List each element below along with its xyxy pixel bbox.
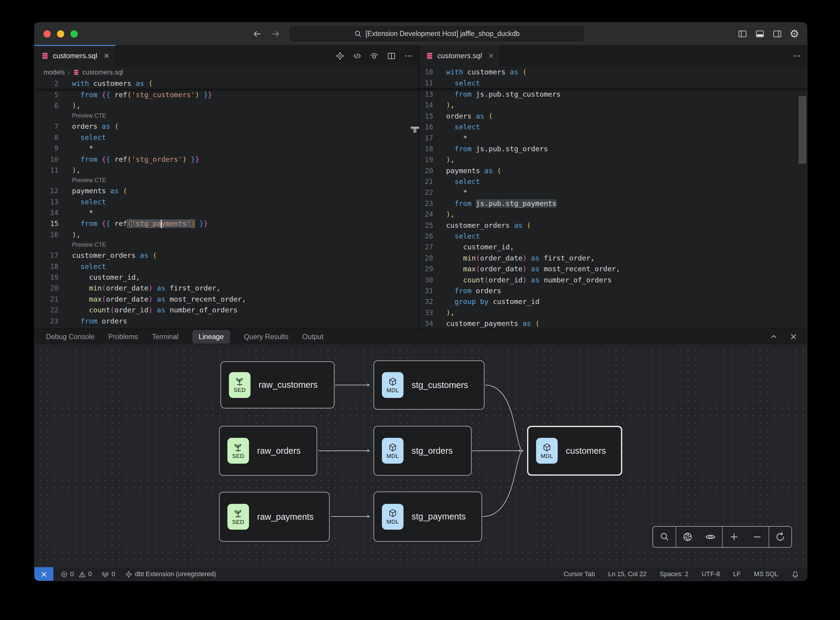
code-line[interactable]: 7orders as ( [35,121,419,132]
more-actions-icon[interactable] [792,51,802,61]
code-line[interactable]: 10 from {{ ref('stg_orders') }} [35,153,419,164]
notifications-bell-icon[interactable] [791,570,799,578]
code-line[interactable]: 20payments as ( [419,166,807,176]
code-line[interactable]: 14 * [35,208,419,218]
close-tab-icon[interactable] [104,53,110,59]
maximize-window-button[interactable] [71,30,78,38]
tab-output[interactable]: Output [302,333,324,341]
language-mode-status[interactable]: MS SQL [754,570,778,578]
code-line[interactable]: 13 from js.pub.stg_customers [419,89,807,99]
code-line[interactable]: 17customer_orders as ( [35,250,419,261]
code-line[interactable]: 2with customers as ( [35,78,419,89]
code-line[interactable]: 5 from {{ ref('stg_customers') }} [35,89,419,100]
minimize-window-button[interactable] [57,30,64,38]
problems-status[interactable]: 0 0 [61,570,92,578]
tab-query-results[interactable]: Query Results [244,333,289,341]
close-window-button[interactable] [44,30,51,38]
code-line[interactable]: 19 customer_id, [35,272,419,283]
codelens-preview-cte[interactable]: Preview CTE [35,111,419,121]
split-editor-icon[interactable] [387,51,396,61]
compile-code-icon[interactable] [353,51,362,61]
code-line[interactable]: 22 * [419,187,807,198]
lineage-node-raw_payments[interactable]: SEDraw_payments [219,492,330,542]
dbt-extension-icon[interactable] [335,51,345,61]
code-line[interactable]: 29 max(order_date) as most_recent_order, [419,263,807,274]
code-line[interactable]: 20 min(order_date) as first_order, [35,283,419,293]
cursor-tab-status[interactable]: Cursor Tab [564,570,595,578]
toggle-sidebar-icon[interactable] [738,29,748,39]
eol-status[interactable]: LF [733,570,741,578]
code-line[interactable]: 17 * [419,132,807,143]
command-center-search[interactable]: [Extension Development Host] jaffle_shop… [289,25,585,42]
code-line[interactable]: 21 max(order_date) as most_recent_order, [35,294,419,305]
code-line[interactable]: 11 select [419,77,807,88]
source-editor-pane[interactable]: models › customers.sql 2with customers a… [35,67,419,329]
toggle-panel-icon[interactable] [755,29,765,39]
tab-problems[interactable]: Problems [108,333,138,341]
code-line[interactable]: 27 customer_id, [419,242,807,252]
code-line[interactable]: 32 group by customer_id [419,296,807,307]
close-panel-icon[interactable] [789,332,798,341]
zoom-in-button[interactable] [729,531,739,542]
tab-customers-sql-left[interactable]: customers.sql [35,45,116,67]
refresh-button[interactable] [775,531,786,542]
lineage-search-button[interactable] [659,531,670,542]
zoom-out-button[interactable] [752,531,763,542]
code-line[interactable]: 11), [35,165,419,176]
lineage-eye-button[interactable] [705,531,716,543]
code-line[interactable]: 23 from js.pub.stg_payments [419,198,807,209]
lineage-node-stg_payments[interactable]: MDLstg_payments [374,492,482,542]
code-line[interactable]: 25customer_orders as ( [419,220,807,230]
code-line[interactable]: 10with customers as ( [419,67,807,77]
lineage-node-stg_orders[interactable]: MDLstg_orders [374,426,472,476]
more-actions-icon[interactable] [404,51,413,61]
scrollbar-thumb[interactable] [799,96,806,164]
code-line[interactable]: 15 from {{ ref('stg_payments') }} [35,218,419,229]
lineage-node-raw_orders[interactable]: SEDraw_orders [219,426,317,476]
code-line[interactable]: 30 count(order_id) as number_of_orders [419,274,807,285]
code-line[interactable]: 15orders as ( [419,111,807,122]
chevron-up-icon[interactable] [769,332,778,341]
code-line[interactable]: 21 select [419,176,807,187]
code-line[interactable]: 9 * [35,143,419,153]
settings-gear-icon[interactable]: ⚙ [790,29,799,39]
close-tab-icon[interactable] [488,53,494,59]
code-line[interactable]: 14), [419,99,807,110]
breadcrumb-folder[interactable]: models [44,68,65,76]
lineage-node-raw_customers[interactable]: SEDraw_customers [221,361,335,408]
forward-icon[interactable] [270,29,281,39]
lineage-canvas[interactable]: SEDraw_customersMDLstg_customersSEDraw_o… [35,345,807,567]
code-line[interactable]: 12payments as ( [35,185,419,196]
code-line[interactable]: 8 select [35,132,419,143]
code-line[interactable]: 13 select [35,197,419,208]
code-line[interactable]: 18 select [35,261,419,272]
tab-terminal[interactable]: Terminal [152,333,179,341]
code-line[interactable]: 31 from orders [419,285,807,296]
ports-status[interactable]: 0 [101,570,115,578]
codelens-preview-cte[interactable]: Preview CTE [35,240,419,250]
indentation-status[interactable]: Spaces: 2 [660,570,688,578]
tab-customers-sql-right[interactable]: customers.sql [419,45,500,67]
lineage-node-stg_customers[interactable]: MDLstg_customers [374,360,484,409]
code-line[interactable]: 34customer_payments as ( [419,318,807,329]
code-line[interactable]: 6), [35,100,419,111]
dbt-extension-status[interactable]: dbt Extension (unregistered) [125,570,216,578]
breadcrumb[interactable]: models › customers.sql [35,67,419,78]
code-line[interactable]: 19), [419,154,807,165]
code-line[interactable]: 23 from orders [35,315,419,326]
compiled-editor-pane[interactable]: 10with customers as (11 select 13 from j… [419,67,807,329]
preview-eye-icon[interactable] [370,51,379,61]
scrollbar-marker[interactable] [411,126,419,132]
code-line[interactable]: 24), [419,209,807,220]
lineage-node-customers[interactable]: MDLcustomers [527,426,622,476]
toggle-secondary-sidebar-icon[interactable] [772,29,782,39]
code-line[interactable]: 26 select [419,231,807,242]
tab-lineage[interactable]: Lineage [192,330,230,344]
tab-debug-console[interactable]: Debug Console [46,333,95,341]
code-line[interactable]: 33), [419,307,807,318]
codelens-preview-cte[interactable]: Preview CTE [35,176,419,185]
encoding-status[interactable]: UTF-8 [702,570,720,578]
remote-indicator[interactable] [35,567,53,581]
lineage-aperture-button[interactable] [682,531,693,542]
code-line[interactable]: 16 select [419,122,807,132]
